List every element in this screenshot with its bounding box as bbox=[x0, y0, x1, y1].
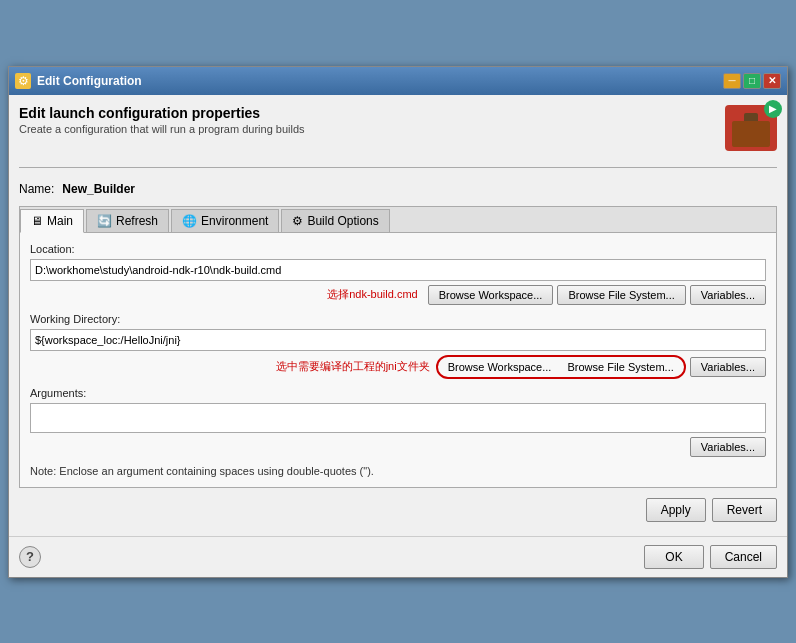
tab-environment-icon: 🌐 bbox=[182, 214, 197, 228]
main-panel: 🖥 Main 🔄 Refresh 🌐 Environment ⚙ Build O… bbox=[19, 206, 777, 488]
browse-filesystem-button-1[interactable]: Browse File System... bbox=[557, 285, 685, 305]
title-controls: ─ □ ✕ bbox=[723, 73, 781, 89]
note-text: Note: Enclose an argument containing spa… bbox=[30, 465, 766, 477]
title-bar-left: ⚙ Edit Configuration bbox=[15, 73, 142, 89]
cancel-button[interactable]: Cancel bbox=[710, 545, 777, 569]
tab-build-options-label: Build Options bbox=[307, 214, 378, 228]
tab-refresh-icon: 🔄 bbox=[97, 214, 112, 228]
working-dir-label: Working Directory: bbox=[30, 313, 766, 325]
header-divider bbox=[19, 167, 777, 168]
variables-button-3[interactable]: Variables... bbox=[690, 437, 766, 457]
working-dir-buttons-row: 选中需要编译的工程的jni文件夹 Browse Workspace... Bro… bbox=[30, 355, 766, 379]
window-title: Edit Configuration bbox=[37, 74, 142, 88]
location-group: Location: 选择ndk-build.cmd Browse Workspa… bbox=[30, 243, 766, 305]
toolbox-body bbox=[732, 121, 770, 147]
header-icon: ▶ bbox=[725, 105, 777, 151]
arguments-buttons: Variables... bbox=[30, 437, 766, 457]
close-button[interactable]: ✕ bbox=[763, 73, 781, 89]
window-icon: ⚙ bbox=[15, 73, 31, 89]
circled-browse-buttons: Browse Workspace... Browse File System..… bbox=[436, 355, 686, 379]
name-value: New_Builder bbox=[62, 182, 135, 196]
ok-button[interactable]: OK bbox=[644, 545, 703, 569]
arguments-label: Arguments: bbox=[30, 387, 766, 399]
title-bar: ⚙ Edit Configuration ─ □ ✕ bbox=[9, 67, 787, 95]
variables-button-1[interactable]: Variables... bbox=[690, 285, 766, 305]
browse-filesystem-button-2[interactable]: Browse File System... bbox=[561, 359, 679, 375]
location-annotation: 选择ndk-build.cmd bbox=[30, 287, 418, 302]
tab-main-icon: 🖥 bbox=[31, 214, 43, 228]
footer: ? OK Cancel bbox=[9, 536, 787, 577]
apply-button[interactable]: Apply bbox=[646, 498, 706, 522]
tab-environment-label: Environment bbox=[201, 214, 268, 228]
tab-build-options[interactable]: ⚙ Build Options bbox=[281, 209, 389, 232]
header-text: Edit launch configuration properties Cre… bbox=[19, 105, 305, 135]
browse-workspace-button-2[interactable]: Browse Workspace... bbox=[442, 359, 558, 375]
header-title: Edit launch configuration properties bbox=[19, 105, 305, 121]
play-icon: ▶ bbox=[764, 100, 782, 118]
working-dir-annotation: 选中需要编译的工程的jni文件夹 bbox=[30, 359, 430, 374]
location-input[interactable] bbox=[30, 259, 766, 281]
header-section: Edit launch configuration properties Cre… bbox=[19, 105, 777, 157]
arguments-group: Arguments: Variables... Note: Enclose an… bbox=[30, 387, 766, 477]
tab-build-options-icon: ⚙ bbox=[292, 214, 303, 228]
help-button[interactable]: ? bbox=[19, 546, 41, 568]
working-dir-input[interactable] bbox=[30, 329, 766, 351]
footer-left: ? bbox=[19, 546, 41, 568]
tab-refresh-label: Refresh bbox=[116, 214, 158, 228]
header-subtitle: Create a configuration that will run a p… bbox=[19, 123, 305, 135]
tab-bar: 🖥 Main 🔄 Refresh 🌐 Environment ⚙ Build O… bbox=[20, 207, 776, 233]
tab-content: Location: 选择ndk-build.cmd Browse Workspa… bbox=[20, 233, 776, 487]
minimize-button[interactable]: ─ bbox=[723, 73, 741, 89]
location-buttons: 选择ndk-build.cmd Browse Workspace... Brow… bbox=[30, 285, 766, 305]
browse-workspace-button-1[interactable]: Browse Workspace... bbox=[428, 285, 554, 305]
name-label: Name: bbox=[19, 182, 54, 196]
location-label: Location: bbox=[30, 243, 766, 255]
tab-main-label: Main bbox=[47, 214, 73, 228]
variables-button-2[interactable]: Variables... bbox=[690, 357, 766, 377]
arguments-textarea[interactable] bbox=[30, 403, 766, 433]
window-content: Edit launch configuration properties Cre… bbox=[9, 95, 787, 536]
working-dir-group: Working Directory: 选中需要编译的工程的jni文件夹 Brow… bbox=[30, 313, 766, 379]
revert-button[interactable]: Revert bbox=[712, 498, 777, 522]
toolbox-handle bbox=[744, 113, 758, 121]
footer-right: OK Cancel bbox=[644, 545, 777, 569]
tab-environment[interactable]: 🌐 Environment bbox=[171, 209, 279, 232]
tab-refresh[interactable]: 🔄 Refresh bbox=[86, 209, 169, 232]
name-row: Name: New_Builder bbox=[19, 178, 777, 200]
edit-configuration-window: ⚙ Edit Configuration ─ □ ✕ Edit launch c… bbox=[8, 66, 788, 578]
apply-revert-row: Apply Revert bbox=[19, 494, 777, 526]
tab-main[interactable]: 🖥 Main bbox=[20, 209, 84, 233]
maximize-button[interactable]: □ bbox=[743, 73, 761, 89]
